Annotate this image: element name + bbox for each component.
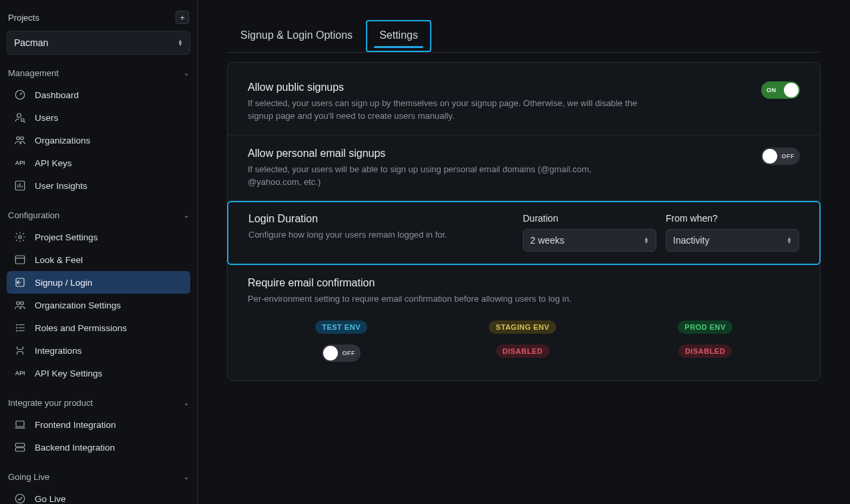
setting-desc: Configure how long your users remain log… <box>248 229 509 242</box>
env-test: TEST ENV OFF <box>315 320 367 362</box>
gauge-icon <box>13 88 27 101</box>
server-icon <box>13 441 27 454</box>
svg-rect-11 <box>16 421 24 427</box>
section-header-golive[interactable]: Going Live ⌄ <box>7 459 190 487</box>
setting-desc: Per-environment setting to require email… <box>248 293 642 306</box>
section-header-configuration[interactable]: Configuration ⌄ <box>7 197 190 226</box>
projects-label: Projects <box>8 13 39 23</box>
laptop-icon <box>13 418 27 431</box>
env-badge-prod: PROD ENV <box>678 320 732 334</box>
duration-select[interactable]: 2 weeks ▲▼ <box>523 229 656 252</box>
from-when-label: From when? <box>666 213 799 224</box>
setting-title: Allow public signups <box>248 81 761 93</box>
integration-icon <box>13 344 27 357</box>
env-prod: PROD ENV DISABLED <box>678 320 732 362</box>
people-icon <box>13 134 27 147</box>
status-disabled: DISABLED <box>496 344 550 358</box>
svg-point-9 <box>17 302 20 305</box>
setting-login-duration: Login Duration Configure how long your u… <box>227 201 821 265</box>
section-header-integrate[interactable]: Integrate your product ⌄ <box>7 385 190 413</box>
sidebar-item-api-key-settings[interactable]: API API Key Settings <box>7 362 190 385</box>
from-when-select[interactable]: Inactivity ▲▼ <box>666 229 799 252</box>
svg-point-2 <box>21 119 25 122</box>
svg-point-4 <box>21 137 24 140</box>
api-icon: API <box>13 366 27 380</box>
tab-settings[interactable]: Settings <box>366 20 431 52</box>
sidebar-item-look-feel[interactable]: Look & Feel <box>7 248 190 271</box>
toggle-test-env[interactable]: OFF <box>322 344 361 362</box>
check-circle-icon <box>13 492 27 504</box>
project-selected-value: Pacman <box>14 37 48 48</box>
env-staging: STAGING ENV DISABLED <box>489 320 556 362</box>
api-icon: API <box>13 156 27 170</box>
setting-public-signups: Allow public signups If selected, your u… <box>228 69 820 136</box>
svg-rect-7 <box>15 256 25 264</box>
sidebar-item-integrations[interactable]: Integrations <box>7 339 190 362</box>
main-content: Signup & Login Options Settings Allow pu… <box>198 0 850 504</box>
project-selector[interactable]: Pacman ▲▼ <box>7 31 190 55</box>
setting-title: Require email confirmation <box>248 277 800 289</box>
status-disabled: DISABLED <box>678 344 732 358</box>
duration-label: Duration <box>523 213 656 224</box>
list-check-icon <box>13 321 27 334</box>
sidebar-item-dashboard[interactable]: Dashboard <box>7 83 190 106</box>
chevron-updown-icon: ▲▼ <box>644 237 649 244</box>
toggle-knob <box>763 149 777 164</box>
env-row: TEST ENV OFF STAGING ENV DISABLED PROD E… <box>228 306 820 362</box>
setting-desc: If selected, your users can sign up by t… <box>248 97 642 123</box>
sidebar: Projects + Pacman ▲▼ Management ⌄ Dashbo… <box>0 0 198 504</box>
svg-point-14 <box>15 494 25 503</box>
setting-title: Allow personal email signups <box>248 148 761 160</box>
setting-desc: If selected, your users will be able to … <box>248 164 642 189</box>
sidebar-item-org-settings[interactable]: Organization Settings <box>7 294 190 316</box>
env-badge-test: TEST ENV <box>315 320 367 334</box>
chevron-down-icon: ⌄ <box>184 399 189 407</box>
svg-rect-13 <box>15 448 25 451</box>
gear-icon <box>13 230 27 244</box>
people-icon <box>13 298 27 312</box>
toggle-public-signups[interactable]: ON <box>761 81 800 99</box>
chart-icon <box>13 179 27 192</box>
sidebar-item-user-insights[interactable]: User Insights <box>7 174 190 197</box>
sidebar-item-organizations[interactable]: Organizations <box>7 129 190 152</box>
sidebar-item-go-live[interactable]: Go Live <box>7 487 190 504</box>
toggle-personal-email[interactable]: OFF <box>761 148 800 165</box>
section-header-management[interactable]: Management ⌄ <box>7 55 190 83</box>
window-icon <box>13 253 27 266</box>
sidebar-item-api-keys[interactable]: API API Keys <box>7 152 190 174</box>
setting-personal-email: Allow personal email signups If selected… <box>228 136 820 202</box>
login-icon <box>13 276 27 289</box>
sidebar-item-frontend-integration[interactable]: Frontend Integration <box>7 413 190 436</box>
svg-point-10 <box>21 302 24 305</box>
add-project-button[interactable]: + <box>176 11 189 24</box>
sidebar-item-project-settings[interactable]: Project Settings <box>7 226 190 248</box>
env-badge-staging: STAGING ENV <box>489 320 556 334</box>
sidebar-item-users[interactable]: Users <box>7 106 190 129</box>
sidebar-item-roles-permissions[interactable]: Roles and Permissions <box>7 316 190 339</box>
setting-email-confirmation: Require email confirmation Per-environme… <box>228 265 820 306</box>
sidebar-item-backend-integration[interactable]: Backend Integration <box>7 436 190 459</box>
svg-point-6 <box>19 236 22 239</box>
svg-point-1 <box>17 113 21 117</box>
settings-card: Allow public signups If selected, your u… <box>227 62 821 381</box>
tabs: Signup & Login Options Settings <box>227 20 821 53</box>
user-search-icon <box>13 111 27 124</box>
sidebar-item-signup-login[interactable]: Signup / Login <box>7 271 190 294</box>
toggle-knob <box>784 83 799 97</box>
chevron-down-icon: ⌄ <box>184 212 189 219</box>
chevron-down-icon: ⌄ <box>184 69 189 77</box>
chevron-updown-icon: ▲▼ <box>178 39 183 46</box>
svg-rect-12 <box>15 443 25 447</box>
toggle-knob <box>323 346 338 360</box>
chevron-updown-icon: ▲▼ <box>787 237 792 244</box>
setting-title: Login Duration <box>248 213 509 225</box>
tab-signup-login-options[interactable]: Signup & Login Options <box>227 20 366 52</box>
svg-point-3 <box>17 137 20 140</box>
chevron-down-icon: ⌄ <box>184 473 189 481</box>
